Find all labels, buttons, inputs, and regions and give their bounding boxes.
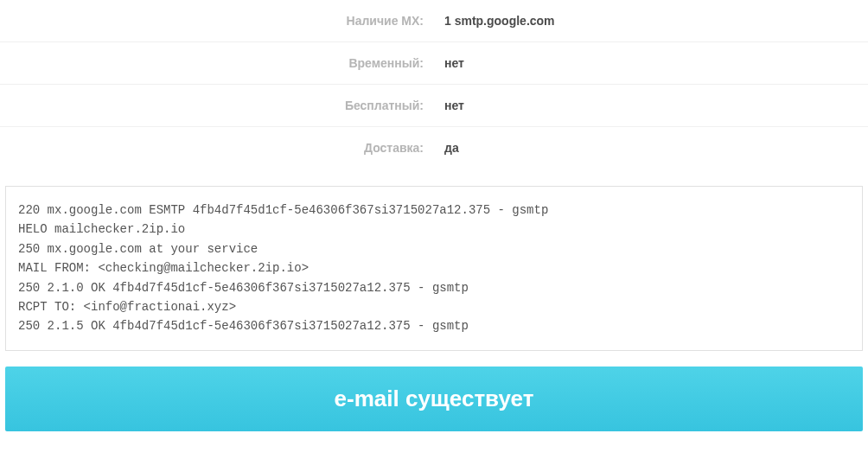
label-mx: Наличие MX:: [0, 0, 434, 42]
value-delivery: да: [434, 127, 868, 169]
smtp-log: 220 mx.google.com ESMTP 4fb4d7f45d1cf-5e…: [5, 186, 863, 351]
label-temporary: Временный:: [0, 42, 434, 85]
value-free: нет: [434, 85, 868, 127]
result-banner: e-mail существует: [5, 367, 863, 431]
row-delivery: Доставка: да: [0, 127, 868, 169]
row-free: Бесплатный: нет: [0, 85, 868, 127]
value-temporary: нет: [434, 42, 868, 85]
value-mx: 1 smtp.google.com: [434, 0, 868, 42]
row-mx: Наличие MX: 1 smtp.google.com: [0, 0, 868, 42]
row-temporary: Временный: нет: [0, 42, 868, 85]
label-delivery: Доставка:: [0, 127, 434, 169]
label-free: Бесплатный:: [0, 85, 434, 127]
info-table: Наличие MX: 1 smtp.google.com Временный:…: [0, 0, 868, 169]
